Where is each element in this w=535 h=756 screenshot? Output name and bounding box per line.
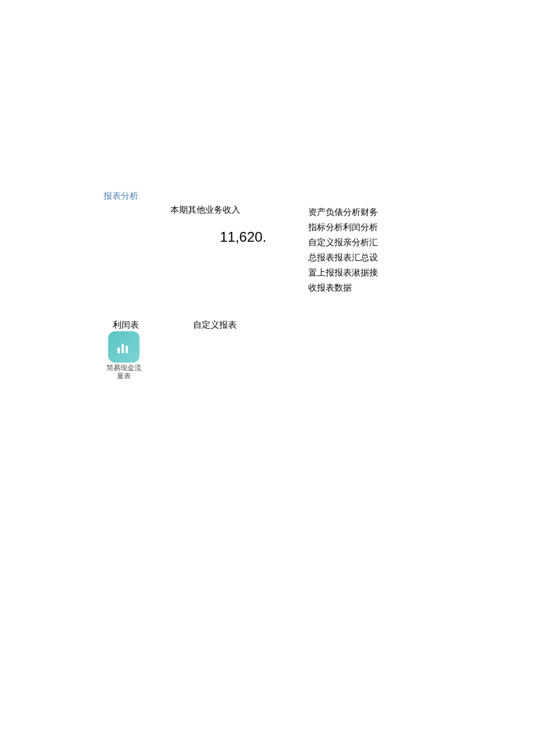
svg-rect-1 [122,344,124,353]
sidebar-menu-text: 资产负俵分析财务指标分析利闰分析自定义报亲分析汇总报表报表汇总设置上报报表湫据接… [308,205,381,295]
cash-flow-icon[interactable] [108,331,140,363]
bar-chart-icon [115,338,133,356]
section-title: 报表分析 [104,191,138,202]
metric-value: 11,620. [220,229,266,245]
card-caption-cashflow: 简易现金流量表 [104,364,144,380]
svg-rect-0 [117,347,120,353]
card-label-custom: 自定义报表 [193,320,237,331]
card-label-profit: 利闰表 [113,320,139,331]
metric-label: 本期其他业务收入 [170,205,240,216]
svg-rect-2 [126,346,128,353]
